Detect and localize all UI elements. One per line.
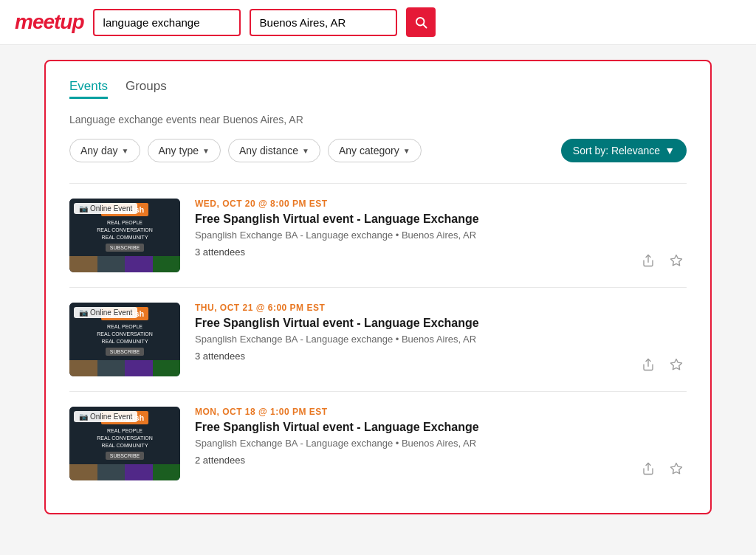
online-event-badge: 📷 Online Event [74, 411, 137, 422]
event-actions [638, 458, 687, 480]
header: meetup [0, 0, 756, 45]
chevron-down-icon: ▼ [302, 147, 309, 155]
event-attendees: 3 attendees [195, 247, 623, 258]
event-org: Spanglish Exchange BA - Language exchang… [195, 230, 623, 241]
svg-marker-5 [671, 359, 682, 370]
results-subtitle: Language exchange events near Buenos Air… [69, 114, 687, 125]
event-thumbnail: Spanglish REAL PEOPLEREAL CONVERSATIONRE… [69, 407, 180, 480]
event-thumbnail: Spanglish REAL PEOPLEREAL CONVERSATIONRE… [69, 199, 180, 272]
table-row: Spanglish REAL PEOPLEREAL CONVERSATIONRE… [69, 287, 687, 391]
event-date: WED, OCT 20 @ 8:00 PM EST [195, 199, 623, 209]
event-date: MON, OCT 18 @ 1:00 PM EST [195, 407, 623, 417]
svg-line-1 [423, 24, 426, 27]
event-title[interactable]: Free Spanglish Virtual event - Language … [195, 317, 623, 330]
main-content: Events Groups Language exchange events n… [0, 45, 756, 529]
save-button[interactable] [666, 250, 687, 271]
chevron-down-icon: ▼ [122, 147, 129, 155]
event-date: THU, OCT 21 @ 6:00 PM EST [195, 303, 623, 313]
event-details: WED, OCT 20 @ 8:00 PM EST Free Spanglish… [195, 199, 623, 258]
save-button[interactable] [666, 354, 687, 375]
share-button[interactable] [638, 458, 659, 479]
star-icon [670, 254, 683, 267]
filter-day[interactable]: Any day ▼ [69, 139, 140, 162]
event-attendees: 2 attendees [195, 455, 623, 466]
tab-groups[interactable]: Groups [126, 79, 167, 99]
table-row: Spanglish REAL PEOPLEREAL CONVERSATIONRE… [69, 391, 687, 495]
search-input[interactable] [93, 9, 241, 36]
tabs: Events Groups [69, 79, 687, 99]
share-button[interactable] [638, 250, 659, 271]
event-actions [638, 354, 687, 376]
event-details: MON, OCT 18 @ 1:00 PM EST Free Spanglish… [195, 407, 623, 466]
event-thumbnail: Spanglish REAL PEOPLEREAL CONVERSATIONRE… [69, 303, 180, 376]
online-event-badge: 📷 Online Event [74, 307, 137, 318]
camera-icon: 📷 [79, 413, 88, 421]
save-button[interactable] [666, 458, 687, 479]
share-icon [642, 462, 655, 475]
event-title[interactable]: Free Spanglish Virtual event - Language … [195, 421, 623, 434]
search-button[interactable] [406, 7, 436, 37]
location-input[interactable] [250, 9, 397, 36]
share-button[interactable] [638, 354, 659, 375]
results-card: Events Groups Language exchange events n… [44, 60, 712, 514]
filters-bar: Any day ▼ Any type ▼ Any distance ▼ Any … [69, 139, 687, 162]
table-row: Spanglish REAL PEOPLEREAL CONVERSATIONRE… [69, 183, 687, 287]
chevron-down-icon: ▼ [664, 145, 675, 156]
meetup-logo: meetup [15, 10, 84, 34]
search-icon [414, 15, 427, 29]
star-icon [670, 462, 683, 475]
event-list: Spanglish REAL PEOPLEREAL CONVERSATIONRE… [69, 183, 687, 495]
event-org: Spanglish Exchange BA - Language exchang… [195, 438, 623, 449]
filter-type[interactable]: Any type ▼ [148, 139, 221, 162]
event-details: THU, OCT 21 @ 6:00 PM EST Free Spanglish… [195, 303, 623, 362]
chevron-down-icon: ▼ [403, 147, 410, 155]
event-title[interactable]: Free Spanglish Virtual event - Language … [195, 213, 623, 226]
event-org: Spanglish Exchange BA - Language exchang… [195, 334, 623, 345]
star-icon [670, 358, 683, 371]
share-icon [642, 358, 655, 371]
event-actions [638, 250, 687, 272]
svg-marker-7 [671, 463, 682, 474]
camera-icon: 📷 [79, 204, 88, 213]
share-icon [642, 254, 655, 267]
filter-distance[interactable]: Any distance ▼ [228, 139, 320, 162]
filter-category[interactable]: Any category ▼ [328, 139, 422, 162]
online-event-badge: 📷 Online Event [74, 203, 137, 214]
sort-button[interactable]: Sort by: Relevance ▼ [561, 139, 687, 162]
chevron-down-icon: ▼ [202, 147, 210, 155]
tab-events[interactable]: Events [69, 79, 108, 99]
camera-icon: 📷 [79, 308, 88, 317]
event-attendees: 3 attendees [195, 351, 623, 362]
svg-marker-3 [671, 255, 682, 266]
